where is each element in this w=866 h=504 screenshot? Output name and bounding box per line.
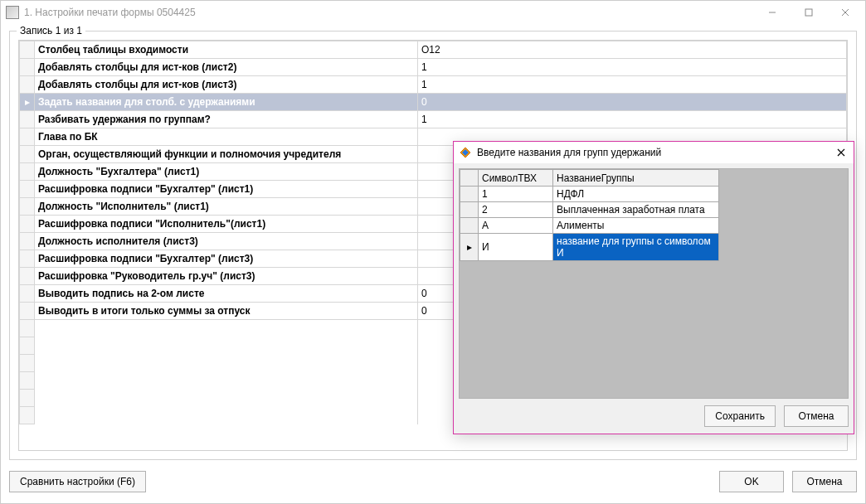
dialog-cell-name[interactable]: Алименты: [553, 218, 719, 234]
maximize-icon: [805, 8, 813, 17]
property-key: Должность "Бухгалтера" (лист1): [35, 163, 418, 181]
dialog-grid-row[interactable]: ▸Иназвание для группы с символом И: [460, 234, 848, 261]
ok-button[interactable]: OK: [719, 471, 784, 492]
close-button[interactable]: [827, 3, 864, 22]
property-key: Расшифровка "Руководитель гр.уч" (лист3): [35, 268, 418, 285]
row-indicator: [20, 181, 35, 198]
compare-settings-button[interactable]: Сравнить настройки (F6): [9, 471, 146, 492]
dialog-grid-row[interactable]: 2Выплаченная заработная плата: [460, 202, 848, 218]
property-row[interactable]: Добавлять столбцы для ист-ков (лист3)1: [20, 76, 847, 94]
dialog-cell-symbol[interactable]: А: [479, 218, 553, 234]
dialog-row-indicator: [460, 218, 479, 234]
dialog-grid-row[interactable]: ААлименты: [460, 218, 848, 234]
property-key: Выводить подпись на 2-ом листе: [35, 285, 418, 303]
property-value[interactable]: 1: [418, 76, 847, 94]
dialog-save-button[interactable]: Сохранить: [704, 405, 776, 427]
row-indicator: [20, 146, 35, 163]
dialog-grid[interactable]: СимволТВХ НазваниеГруппы 1НДФЛ2Выплаченн…: [460, 169, 848, 261]
app-icon: [6, 6, 19, 19]
minimize-icon: [768, 8, 776, 17]
row-indicator: [20, 216, 35, 233]
property-row[interactable]: Разбивать удержания по группам?1: [20, 111, 847, 128]
dialog-row-indicator: [460, 202, 479, 218]
dialog-row-indicator: [460, 187, 479, 202]
property-row[interactable]: Столбец таблицы входимостиO12: [20, 41, 847, 59]
property-key: Задать названия для столб. с удержаниями: [35, 94, 418, 111]
close-icon: [841, 8, 849, 17]
dialog-cell-symbol[interactable]: 2: [479, 202, 553, 218]
row-indicator: [20, 163, 35, 181]
property-value[interactable]: 1: [418, 59, 847, 76]
maximize-button[interactable]: [791, 3, 827, 22]
title-bar: 1. Настройки печати формы 0504425: [1, 1, 865, 24]
row-indicator: [20, 198, 35, 216]
dialog-title-bar: Введите названия для групп удержаний: [454, 142, 854, 163]
dialog-grid-indicator-header: [460, 170, 479, 187]
property-key: Разбивать удержания по группам?: [35, 111, 418, 128]
close-icon: [837, 148, 845, 157]
row-indicator: [20, 285, 35, 303]
property-key: Выводить в итоги только суммы за отпуск: [35, 303, 418, 320]
group-names-dialog: Введите названия для групп удержаний Сим…: [453, 141, 854, 434]
dialog-cell-symbol[interactable]: И: [479, 234, 553, 261]
row-indicator: [20, 111, 35, 128]
row-indicator: [20, 268, 35, 285]
property-value[interactable]: 0: [418, 94, 847, 111]
dialog-grid-wrap: СимволТВХ НазваниеГруппы 1НДФЛ2Выплаченн…: [459, 168, 849, 399]
bottom-bar: Сравнить настройки (F6) OK Отмена: [9, 468, 857, 495]
minimize-button[interactable]: [754, 3, 791, 22]
row-indicator: [20, 233, 35, 250]
dialog-cell-name[interactable]: НДФЛ: [553, 187, 719, 202]
dialog-cell-symbol[interactable]: 1: [479, 187, 553, 202]
window-title: 1. Настройки печати формы 0504425: [24, 7, 754, 18]
property-key: Расшифровка подписи "Бухгалтер" (лист3): [35, 250, 418, 268]
property-key: Орган, осуществляющий функции и полномоч…: [35, 146, 418, 163]
window-buttons: [754, 3, 864, 22]
property-key: Столбец таблицы входимости: [35, 41, 418, 59]
property-key: Добавлять столбцы для ист-ков (лист3): [35, 76, 418, 94]
property-value[interactable]: O12: [418, 41, 847, 59]
dialog-grid-col-symbol[interactable]: СимволТВХ: [479, 170, 553, 187]
row-indicator: [20, 41, 35, 59]
cancel-button[interactable]: Отмена: [792, 471, 857, 492]
dialog-button-bar: Сохранить Отмена: [459, 405, 849, 427]
dialog-grid-col-name[interactable]: НазваниеГруппы: [553, 170, 719, 187]
dialog-grid-row[interactable]: 1НДФЛ: [460, 187, 848, 202]
dialog-cell-name[interactable]: Выплаченная заработная плата: [553, 202, 719, 218]
group-legend: Запись 1 из 1: [17, 25, 85, 36]
property-row[interactable]: Добавлять столбцы для ист-ков (лист2)1: [20, 59, 847, 76]
property-key: Должность исполнителя (лист3): [35, 233, 418, 250]
property-key: Расшифровка подписи "Исполнитель"(лист1): [35, 216, 418, 233]
property-key: Добавлять столбцы для ист-ков (лист2): [35, 59, 418, 76]
row-indicator: [20, 303, 35, 320]
row-indicator: [20, 59, 35, 76]
row-indicator: ▸: [20, 94, 35, 111]
dialog-cell-name[interactable]: название для группы с символом И: [553, 234, 719, 261]
dialog-close-button[interactable]: [834, 145, 849, 160]
svg-rect-1: [805, 9, 812, 16]
row-indicator: [20, 76, 35, 94]
row-indicator: [20, 250, 35, 268]
dialog-body: СимволТВХ НазваниеГруппы 1НДФЛ2Выплаченн…: [454, 163, 854, 434]
dialog-cancel-button[interactable]: Отмена: [784, 405, 849, 427]
dialog-app-icon: [459, 146, 472, 159]
dialog-title: Введите названия для групп удержаний: [477, 147, 834, 158]
main-window: 1. Настройки печати формы 0504425 Запись…: [0, 0, 866, 504]
property-value[interactable]: 1: [418, 111, 847, 128]
property-key: Должность "Исполнитель" (лист1): [35, 198, 418, 216]
property-key: Расшифровка подписи "Бухгалтер" (лист1): [35, 181, 418, 198]
dialog-row-indicator: ▸: [460, 234, 479, 261]
property-key: Глава по БК: [35, 128, 418, 146]
row-indicator: [20, 128, 35, 146]
property-row[interactable]: ▸Задать названия для столб. с удержаниям…: [20, 94, 847, 111]
